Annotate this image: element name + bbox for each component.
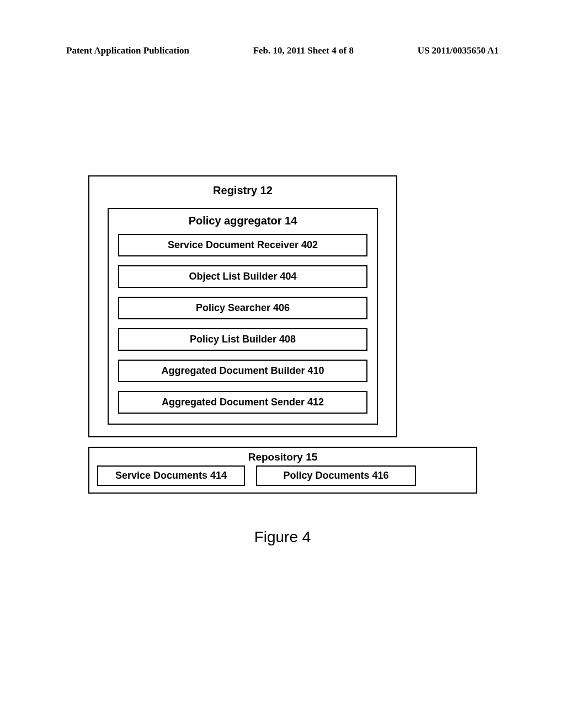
- repository-title: Repository 15: [89, 448, 476, 465]
- policy-searcher-box: Policy Searcher 406: [118, 297, 367, 319]
- registry-title: Registry 12: [89, 176, 396, 208]
- figure-caption: Figure 4: [0, 528, 565, 546]
- repository-box: Repository 15 Service Documents 414 Poli…: [88, 447, 477, 494]
- header-right-text: US 2011/0035650 A1: [418, 45, 499, 56]
- policy-documents-box: Policy Documents 416: [256, 465, 416, 486]
- aggregated-document-sender-box: Aggregated Document Sender 412: [118, 391, 367, 414]
- header-left-text: Patent Application Publication: [66, 45, 189, 56]
- page-header: Patent Application Publication Feb. 10, …: [66, 45, 499, 56]
- service-document-receiver-box: Service Document Receiver 402: [118, 234, 367, 256]
- repository-row: Service Documents 414 Policy Documents 4…: [89, 465, 476, 486]
- policy-list-builder-box: Policy List Builder 408: [118, 328, 367, 351]
- aggregated-document-builder-box: Aggregated Document Builder 410: [118, 360, 367, 382]
- policy-aggregator-title: Policy aggregator 14: [109, 209, 377, 231]
- header-center-text: Feb. 10, 2011 Sheet 4 of 8: [253, 45, 354, 56]
- service-documents-box: Service Documents 414: [97, 465, 245, 486]
- policy-aggregator-box: Policy aggregator 14 Service Document Re…: [108, 208, 378, 425]
- object-list-builder-box: Object List Builder 404: [118, 265, 367, 288]
- registry-box: Registry 12 Policy aggregator 14 Service…: [88, 175, 397, 437]
